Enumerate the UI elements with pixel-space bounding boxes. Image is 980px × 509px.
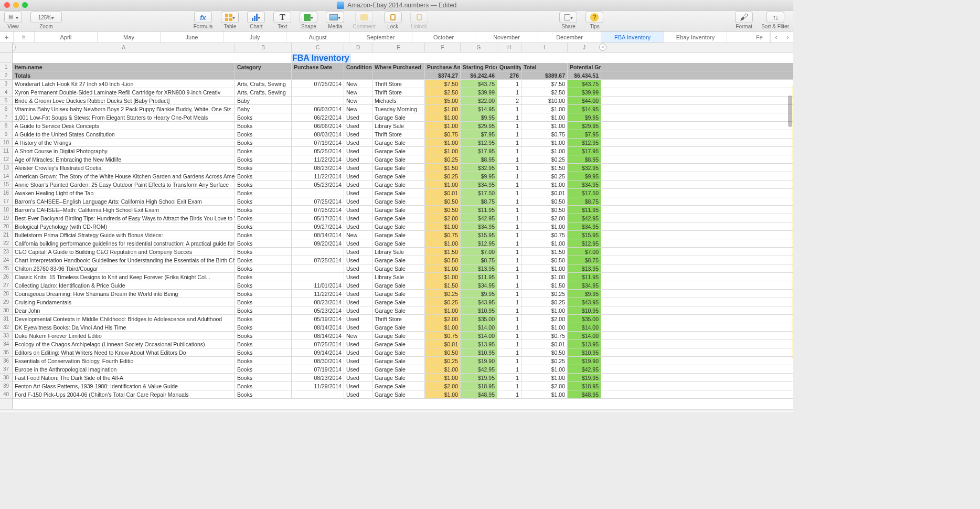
cell-where[interactable]: Garage Sale [372,256,425,264]
cell-item-name[interactable]: Aleister Crowley's Illustrated Goetia [13,164,235,172]
cell-date[interactable] [292,390,344,398]
cell-where[interactable]: Garage Sale [372,139,425,146]
cell-total[interactable]: $1.00 [521,264,568,272]
cell-amount[interactable]: $0.75 [425,332,461,340]
cell-category[interactable]: Books [235,139,292,146]
cell-condition[interactable]: Used [344,147,372,155]
header-cell[interactable]: Purchase Amount [425,63,461,71]
cell-date[interactable]: 06/03/2014 [292,105,344,113]
cell-category[interactable]: Books [235,155,292,163]
cell-start-price[interactable]: $19.95 [461,374,497,381]
cell-total[interactable]: $1.00 [521,222,568,230]
cell-total[interactable]: $1.00 [521,113,568,121]
cell-total[interactable]: $0.25 [521,357,568,365]
cell-quantity[interactable]: 2 [497,97,521,104]
cell-category[interactable]: Books [235,340,292,348]
header-cell[interactable]: item-name [13,63,235,71]
cell-amount[interactable]: $7.50 [425,80,461,88]
cell-start-price[interactable]: $8.75 [461,256,497,264]
cell-condition[interactable]: Used [344,365,372,373]
tab-fba-inventory[interactable]: FBA Inventory [601,31,664,43]
header-cell[interactable]: Condition [344,63,372,71]
cell-quantity[interactable]: 1 [497,222,521,230]
tab-october[interactable]: October [412,31,475,43]
cell-amount[interactable]: $1.00 [425,139,461,146]
cell-quantity[interactable]: 1 [497,382,521,390]
cell-quantity[interactable]: 1 [497,332,521,340]
cell-condition[interactable]: Used [344,222,372,230]
cell-quantity[interactable]: 1 [497,273,521,281]
cell-amount[interactable]: $1.00 [425,323,461,331]
cell-quantity[interactable]: 1 [497,181,521,188]
row-header[interactable]: 36 [0,357,12,365]
cell-start-price[interactable]: $9.95 [461,172,497,180]
cell-gross[interactable]: $44.00 [568,97,601,104]
cell-date[interactable]: 06/06/2014 [292,122,344,130]
col-C[interactable]: C [292,43,344,52]
cell-total[interactable]: $0.50 [521,348,568,356]
cell-date[interactable]: 08/23/2014 [292,374,344,381]
cell-quantity[interactable]: 1 [497,206,521,214]
cell-gross[interactable]: $48.95 [568,390,601,398]
row-header[interactable]: 25 [0,264,12,273]
cell-gross[interactable]: $18.95 [568,382,601,390]
row-header[interactable]: 31 [0,315,12,323]
table-title[interactable]: FBA Inventory [291,54,351,63]
cell-quantity[interactable]: 1 [497,340,521,348]
cell-quantity[interactable]: 1 [497,155,521,163]
cell-where[interactable]: Michaels [372,97,425,104]
row-header[interactable]: 20 [0,222,12,231]
cell-category[interactable]: Books [235,222,292,230]
cell-gross[interactable]: $17.50 [568,189,601,197]
row-header[interactable]: 28 [0,290,12,298]
cell-where[interactable]: Library Sale [372,122,425,130]
cell-item-name[interactable]: American Grown: The Story of the White H… [13,172,235,180]
cell-date[interactable]: 08/23/2014 [292,164,344,172]
cell-date[interactable] [292,189,344,197]
close-window-button[interactable] [4,2,10,8]
cell-gross[interactable]: $19.95 [568,374,601,381]
cell-condition[interactable]: New [344,97,372,104]
cell-total[interactable]: $2.00 [521,214,568,222]
cell-category[interactable]: Books [235,181,292,188]
cell-amount[interactable]: $0.25 [425,298,461,306]
row-header[interactable]: 26 [0,273,12,281]
cell-item-name[interactable]: A History of the Vikings [13,139,235,146]
cell-amount[interactable]: $1.00 [425,105,461,113]
cell-category[interactable]: Books [235,390,292,398]
cell-date[interactable]: 08/23/2014 [292,298,344,306]
cell-total[interactable]: $0.50 [521,197,568,205]
cell-amount[interactable]: $2.00 [425,382,461,390]
cell-start-price[interactable]: $19.90 [461,357,497,365]
cell-where[interactable]: Garage Sale [372,348,425,356]
cell-quantity[interactable]: 1 [497,139,521,146]
cell-quantity[interactable]: 1 [497,306,521,314]
cell-total[interactable]: $0.75 [521,130,568,138]
cell-gross[interactable]: $7.00 [568,248,601,256]
row-header[interactable]: 11 [0,147,12,155]
cell-item-name[interactable]: Barron's CAHSEE--English Language Arts: … [13,197,235,205]
cell-total[interactable]: $2.50 [521,88,568,96]
cell-total[interactable]: $0.25 [521,155,568,163]
cell-quantity[interactable]: 1 [497,130,521,138]
cell-total[interactable]: $0.01 [521,340,568,348]
cell-where[interactable]: Garage Sale [372,155,425,163]
tab-august[interactable]: August [286,31,349,43]
cell-where[interactable]: Garage Sale [372,222,425,230]
cell-where[interactable]: Garage Sale [372,306,425,314]
shape-tool[interactable]: ▾Shape [300,12,317,29]
cell-category[interactable]: Books [235,298,292,306]
cell-where[interactable]: Garage Sale [372,390,425,398]
cell-category[interactable]: Arts, Crafts, Sewing [235,80,292,88]
tab-partial-left[interactable]: h [14,31,35,43]
text-tool[interactable]: TText [273,12,291,29]
sort-filter-tool[interactable]: ↑↓Sort & Filter [761,12,789,29]
col-F[interactable]: F [425,43,461,52]
cell-amount[interactable]: $0.50 [425,206,461,214]
cell-start-price[interactable]: $42.95 [461,214,497,222]
tab-may[interactable]: May [98,31,161,43]
cell-gross[interactable]: $43.95 [568,298,601,306]
cell-quantity[interactable]: 1 [497,147,521,155]
cell-start-price[interactable]: $39.99 [461,88,497,96]
cell-amount[interactable]: $2.50 [425,88,461,96]
